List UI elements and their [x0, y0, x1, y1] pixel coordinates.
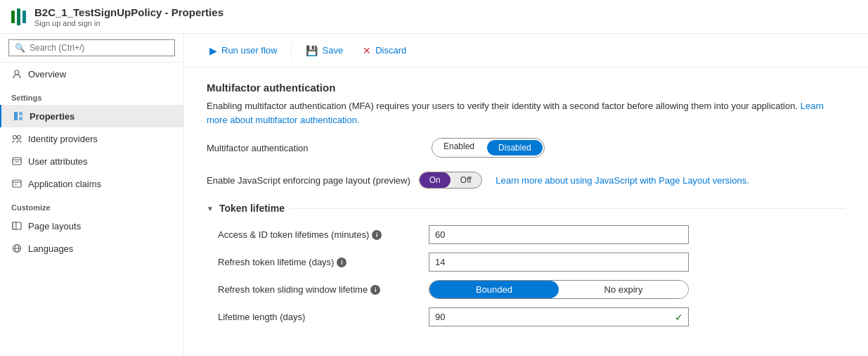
divider-line	[290, 208, 846, 209]
discard-label: Discard	[375, 45, 406, 56]
application-claims-icon	[11, 178, 22, 189]
access-token-label: Access & ID token lifetimes (minutes) i	[218, 229, 429, 240]
javascript-toggle-row: Enable JavaScript enforcing page layout …	[207, 172, 846, 189]
logo-bar-1	[11, 11, 15, 23]
search-box[interactable]: 🔍	[8, 39, 175, 56]
mfa-disabled-option[interactable]: Disabled	[487, 140, 543, 155]
run-user-flow-button[interactable]: ▶ Run user flow	[201, 41, 285, 61]
page-layouts-icon	[11, 220, 22, 231]
svg-rect-13	[13, 222, 16, 229]
javascript-field-label: Enable JavaScript enforcing page layout …	[207, 175, 410, 186]
properties-icon	[13, 110, 24, 122]
mfa-title: Multifactor authentication	[207, 82, 846, 94]
token-lifetime-divider[interactable]: ▼ Token lifetime	[207, 203, 846, 214]
sidebar-item-overview[interactable]: Overview	[0, 63, 183, 85]
sidebar-item-page-layouts-label: Page layouts	[28, 221, 81, 231]
sidebar-item-user-attributes-label: User attributes	[28, 156, 88, 167]
mfa-enabled-option[interactable]: Enabled	[432, 139, 486, 157]
mfa-toggle-group: Enabled Disabled	[432, 138, 545, 158]
access-token-row: Access & ID token lifetimes (minutes) i	[218, 225, 834, 244]
no-expiry-option[interactable]: No expiry	[559, 281, 688, 298]
save-label: Save	[322, 45, 343, 56]
sidebar-item-properties[interactable]: Properties	[0, 105, 183, 127]
access-token-input[interactable]	[429, 225, 689, 244]
save-button[interactable]: 💾 Save	[297, 41, 351, 61]
main-content: ▶ Run user flow 💾 Save ✕ Discard Mul	[184, 34, 868, 356]
svg-point-0	[15, 70, 19, 75]
svg-rect-3	[19, 117, 22, 120]
toolbar-divider-1	[291, 42, 292, 59]
logo-bar-3	[22, 11, 26, 23]
sliding-window-row: Refresh token sliding window lifetime i …	[218, 280, 834, 299]
sidebar: 🔍 Overview Settings	[0, 34, 184, 356]
page-subtitle: Sign up and sign in	[34, 19, 224, 27]
toolbar: ▶ Run user flow 💾 Save ✕ Discard	[184, 34, 868, 68]
overview-icon	[11, 68, 22, 80]
sliding-window-info-icon: i	[370, 285, 380, 295]
token-lifetime-title: Token lifetime	[219, 203, 285, 214]
bounded-toggle-group: Bounded No expiry	[429, 280, 689, 299]
sidebar-item-identity-providers-label: Identity providers	[28, 134, 98, 144]
sliding-window-label: Refresh token sliding window lifetime i	[218, 284, 429, 295]
run-icon: ▶	[209, 45, 217, 56]
token-form: Access & ID token lifetimes (minutes) i …	[207, 225, 846, 326]
svg-point-4	[13, 136, 17, 139]
javascript-toggle-group: On Off	[419, 172, 482, 189]
sidebar-item-application-claims[interactable]: Application claims	[0, 172, 183, 195]
select-checkmark-icon: ✓	[675, 312, 683, 323]
lifetime-length-select[interactable]: 90 60 120	[429, 307, 689, 326]
identity-providers-icon	[11, 133, 22, 144]
search-icon: 🔍	[15, 43, 25, 53]
logo-bar-2	[17, 8, 20, 25]
user-attributes-icon	[11, 155, 22, 167]
bounded-option[interactable]: Bounded	[429, 281, 559, 298]
sidebar-item-application-claims-label: Application claims	[28, 179, 101, 189]
token-lifetime-section: ▼ Token lifetime Access & ID token lifet…	[207, 203, 846, 326]
header-text: B2C_1_TestSignUpPolicy - Properties Sign…	[34, 6, 224, 27]
run-user-flow-label: Run user flow	[221, 45, 277, 56]
main-layout: 🔍 Overview Settings	[0, 34, 868, 356]
sidebar-item-languages[interactable]: Languages	[0, 237, 183, 260]
properties-content: Multifactor authentication Enabling mult…	[184, 68, 868, 349]
sidebar-search-area: 🔍	[0, 34, 183, 63]
svg-rect-2	[19, 112, 22, 115]
mfa-toggle-row: Multifactor authentication Enabled Disab…	[207, 138, 846, 158]
search-input[interactable]	[30, 43, 169, 53]
lifetime-length-row: Lifetime length (days) 90 60 120 ✓	[218, 307, 834, 326]
access-token-info-icon: i	[372, 230, 382, 240]
sidebar-item-languages-label: Languages	[28, 243, 73, 254]
app-container: B2C_1_TestSignUpPolicy - Properties Sign…	[0, 0, 868, 356]
javascript-spacing	[491, 175, 493, 186]
languages-icon	[11, 243, 22, 254]
refresh-token-label: Refresh token lifetime (days) i	[218, 257, 429, 267]
lifetime-length-select-wrap: 90 60 120 ✓	[429, 307, 689, 326]
mfa-field-label: Multifactor authentication	[207, 143, 432, 153]
mfa-section: Multifactor authentication Enabling mult…	[207, 82, 846, 189]
sidebar-item-overview-label: Overview	[28, 69, 66, 80]
sidebar-item-user-attributes[interactable]: User attributes	[0, 150, 183, 172]
refresh-token-input[interactable]	[429, 253, 689, 272]
logo	[11, 8, 26, 25]
sidebar-item-identity-providers[interactable]: Identity providers	[0, 127, 183, 150]
javascript-off-option[interactable]: Off	[451, 172, 481, 188]
sidebar-item-properties-label: Properties	[30, 111, 75, 122]
customize-section-title: Customize	[0, 195, 183, 215]
javascript-learn-more-link[interactable]: Learn more about using JavaScript with P…	[495, 175, 749, 186]
refresh-token-info-icon: i	[337, 258, 346, 267]
settings-section-title: Settings	[0, 85, 183, 105]
discard-button[interactable]: ✕ Discard	[354, 41, 415, 61]
javascript-on-option[interactable]: On	[420, 172, 451, 188]
svg-point-5	[18, 136, 21, 139]
header: B2C_1_TestSignUpPolicy - Properties Sign…	[0, 0, 868, 34]
sidebar-item-page-layouts[interactable]: Page layouts	[0, 215, 183, 237]
mfa-description: Enabling multifactor authentication (MFA…	[207, 99, 839, 127]
svg-rect-1	[14, 112, 18, 120]
discard-icon: ✕	[363, 45, 371, 56]
lifetime-length-label: Lifetime length (days)	[218, 312, 429, 322]
save-icon: 💾	[306, 45, 318, 56]
svg-rect-9	[13, 180, 21, 187]
refresh-token-row: Refresh token lifetime (days) i	[218, 253, 834, 272]
collapse-icon: ▼	[207, 205, 214, 212]
page-title: B2C_1_TestSignUpPolicy - Properties	[34, 6, 224, 18]
svg-rect-6	[13, 158, 21, 165]
